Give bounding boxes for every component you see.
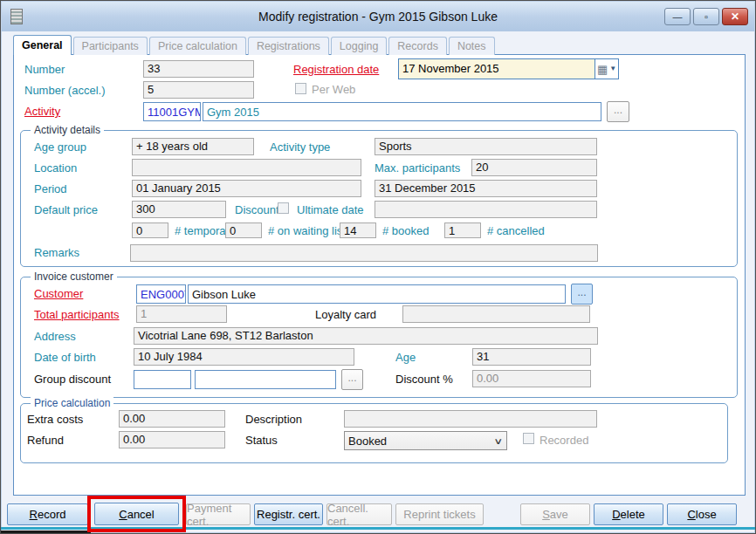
- window-title: Modify registration - Gym 2015 Gibson Lu…: [2, 10, 754, 24]
- tab-general[interactable]: General: [13, 35, 72, 55]
- invoice-customer-legend: Invoice customer: [31, 270, 117, 283]
- registration-date-label[interactable]: Registration date: [293, 63, 379, 76]
- group-discount-code-field[interactable]: [134, 370, 191, 389]
- tab-registrations[interactable]: Registrations: [248, 37, 329, 55]
- date-of-birth-label: Date of birth: [34, 351, 96, 364]
- ultimate-date-label: Ultimate date: [297, 203, 364, 216]
- group-discount-name-field[interactable]: [195, 370, 336, 389]
- close-window-button[interactable]: ✕: [722, 8, 748, 25]
- status-selected-value: Booked: [348, 435, 387, 448]
- tab-notes[interactable]: Notes: [449, 37, 495, 55]
- recorded-checkbox: [523, 433, 534, 444]
- waiting-list-count-label: # on waiting list: [268, 224, 346, 237]
- waiting-list-count-field: 0: [225, 222, 262, 238]
- delete-button[interactable]: Delete: [594, 503, 663, 525]
- location-label: Location: [34, 161, 77, 175]
- activity-browse-button[interactable]: ...: [607, 101, 629, 122]
- description-label: Description: [245, 413, 302, 426]
- tab-records[interactable]: Records: [388, 37, 447, 55]
- activity-type-label: Activity type: [270, 140, 330, 154]
- period-label: Period: [34, 182, 67, 195]
- activity-name-field[interactable]: Gym 2015: [203, 102, 601, 121]
- number-accel-label: Number (accel.): [24, 84, 105, 97]
- extra-costs-field: 0.00: [119, 410, 225, 428]
- default-price-label: Default price: [34, 203, 98, 216]
- customer-name-field[interactable]: Gibson Luke: [188, 284, 566, 304]
- reprint-tickets-button: Reprint tickets: [395, 503, 484, 525]
- close-button[interactable]: Close: [667, 503, 737, 525]
- payment-cert-button: Payment cert.: [186, 503, 251, 525]
- group-discount-label: Group discount: [34, 373, 111, 386]
- refund-field: 0.00: [119, 431, 225, 448]
- location-field: [132, 159, 361, 176]
- discount-pct-label: Discount %: [395, 373, 453, 386]
- cancelled-count-field: 1: [444, 222, 481, 238]
- loyalty-card-label: Loyalty card: [315, 308, 376, 321]
- price-calculation-legend: Price calculation: [31, 397, 113, 409]
- tab-logging[interactable]: Logging: [331, 37, 388, 55]
- group-discount-browse-button[interactable]: ...: [341, 369, 363, 390]
- tab-price-calculation[interactable]: Price calculation: [149, 37, 246, 55]
- calendar-icon: ▦: [597, 64, 608, 75]
- background-window-edge: [1, 531, 91, 533]
- address-field: Vicotrial Lane 698, ST12 Barlaston: [134, 327, 598, 345]
- description-field: [344, 410, 597, 428]
- cancelled-count-label: # cancelled: [487, 224, 545, 237]
- loyalty-card-field: [402, 305, 590, 323]
- chevron-down-icon: ▼: [609, 65, 616, 72]
- remarks-field: [130, 244, 598, 262]
- status-label: Status: [245, 434, 278, 447]
- ultimate-date-field: [375, 201, 597, 218]
- per-web-label: Per Web: [312, 83, 355, 96]
- recorded-label: Recorded: [540, 434, 588, 447]
- default-price-field: 300: [132, 201, 226, 218]
- registration-date-picker-button[interactable]: ▦ ▼: [595, 58, 619, 79]
- discount-label: Discount: [235, 203, 279, 216]
- address-label: Address: [34, 330, 76, 343]
- date-of-birth-field: 10 July 1984: [134, 348, 354, 366]
- age-field: 31: [472, 348, 591, 366]
- modify-registration-dialog: Modify registration - Gym 2015 Gibson Lu…: [0, 0, 756, 534]
- total-participants-field: 1: [136, 305, 227, 323]
- extra-costs-label: Extra costs: [27, 413, 83, 426]
- chevron-down-icon: ∨: [493, 436, 503, 446]
- max-participants-field: 20: [471, 159, 597, 176]
- discount-pct-field: 0.00: [472, 370, 591, 387]
- refund-label: Refund: [27, 434, 64, 447]
- save-button: Save: [520, 503, 590, 525]
- period-to-field: 31 December 2015: [375, 180, 597, 197]
- record-button[interactable]: Record: [7, 503, 88, 525]
- status-select[interactable]: Booked ∨: [344, 431, 507, 450]
- max-participants-label: Max. participants: [375, 161, 460, 175]
- booked-count-field: 14: [340, 222, 376, 238]
- number-label: Number: [24, 63, 65, 76]
- maximize-button[interactable]: ▫: [693, 8, 719, 25]
- per-web-checkbox: [295, 83, 306, 94]
- booked-count-label: # booked: [382, 224, 430, 237]
- activity-code-field[interactable]: 11001GYM: [143, 102, 201, 121]
- activity-details-legend: Activity details: [31, 124, 104, 136]
- cancel-button[interactable]: Cancel: [94, 503, 179, 525]
- age-group-field: + 18 years old: [132, 138, 254, 155]
- customer-label[interactable]: Customer: [34, 287, 83, 300]
- minimize-button[interactable]: —: [664, 8, 691, 25]
- discount-checkbox: [278, 202, 289, 214]
- customer-code-field[interactable]: ENG0007: [136, 284, 186, 304]
- registr-cert-button[interactable]: Registr. cert.: [254, 503, 323, 525]
- cancell-cert-button: Cancell. cert.: [326, 503, 392, 525]
- total-participants-label[interactable]: Total participants: [34, 308, 120, 321]
- number-accel-field: 5: [143, 81, 254, 99]
- age-group-label: Age group: [34, 140, 86, 154]
- tab-participants[interactable]: Participants: [73, 37, 148, 55]
- activity-label[interactable]: Activity: [24, 105, 60, 118]
- tab-bar: General Participants Price calculation R…: [13, 35, 497, 55]
- registration-date-field[interactable]: 17 November 2015: [398, 58, 595, 79]
- age-label: Age: [395, 351, 416, 364]
- titlebar: Modify registration - Gym 2015 Gibson Lu…: [2, 2, 754, 31]
- temporary-count-field: 0: [132, 222, 168, 238]
- customer-browse-button[interactable]: ...: [571, 284, 593, 305]
- remarks-label: Remarks: [34, 246, 79, 259]
- registration-date-widget: 17 November 2015 ▦ ▼: [398, 58, 619, 79]
- number-field: 33: [143, 60, 254, 78]
- activity-type-field: Sports: [375, 138, 597, 155]
